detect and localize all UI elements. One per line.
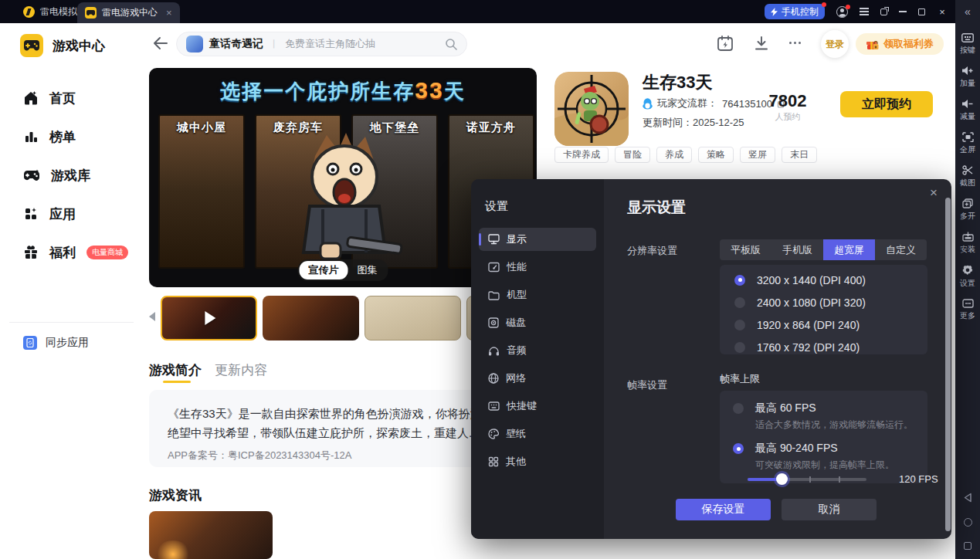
banner-title: 选择一个庇护所生存33天 [149,77,537,105]
settings-nav-network[interactable]: 网络 [479,367,596,390]
sidebar-item-rankings[interactable]: 榜单 [0,117,143,156]
settings-nav-disk[interactable]: 磁盘 [479,311,596,334]
play-icon [205,311,215,325]
active-tab-underline [163,381,191,383]
back-button[interactable] [153,36,168,50]
radio-icon [733,403,744,414]
settings-nav-display[interactable]: 显示 [479,228,596,251]
dialog-close-icon[interactable]: × [930,185,938,201]
search-game-thumbnail [186,36,203,53]
fps-option[interactable]: 最高 60 FPS [733,401,927,415]
close-tab-icon[interactable]: × [166,7,172,19]
settings-nav-hotkeys[interactable]: 快捷键 [479,395,596,418]
slider-handle[interactable] [776,473,788,485]
video-thumbnail[interactable] [161,296,257,340]
menu-icon[interactable] [860,11,869,12]
login-button[interactable]: 登录 [821,30,849,58]
coupon-button[interactable]: 领取福利券 [856,33,944,55]
toolbar-keymap-button[interactable]: 按键 [960,33,975,56]
resolution-option[interactable]: 2400 x 1080 (DPI 320) [720,291,927,313]
news-article-thumbnail[interactable] [149,511,273,559]
toolbar-settings-button[interactable]: 设置 [960,265,975,289]
settings-nav-wallpaper[interactable]: 壁纸 [479,422,596,446]
toolbar-fullscreen-button[interactable]: 全屏 [960,132,975,155]
qq-icon [643,98,653,110]
download-button[interactable] [754,36,769,51]
tag[interactable]: 卡牌养成 [554,147,609,163]
sidebar-item-apps[interactable]: 应用 [0,195,143,233]
settings-dialog: 设置 显示 性能 机型 磁盘 音频 网络 快捷键 [471,179,951,539]
phone-control-button[interactable]: 手机控制 [765,4,825,19]
search-separator: 丨 [270,38,279,51]
tag[interactable]: 养成 [656,147,692,163]
game-update-row: 更新时间：2025-12-25 [643,116,744,130]
cancel-button[interactable]: 取消 [782,499,877,520]
tab-game-center[interactable]: 雷电游戏中心 × [77,2,180,23]
more-options-button[interactable] [789,42,801,44]
tag[interactable]: 末日 [782,147,817,163]
thumbnails-prev-arrow[interactable] [149,312,155,321]
settings-nav-performance[interactable]: 性能 [479,256,596,279]
fps-options-panel: 最高 60 FPS 适合大多数情况，游戏能够流畅运行。 最高 90-240 FP… [720,391,927,483]
media-tab-trailer[interactable]: 宣传片 [300,261,348,280]
toolbar-multi-instance-button[interactable]: 多开 [960,198,975,222]
search-icon[interactable] [445,38,457,50]
calendar-events-button[interactable] [717,35,734,52]
tag[interactable]: 策略 [698,147,734,163]
image-thumbnail[interactable] [365,296,461,340]
reserve-now-button[interactable]: 立即预约 [840,91,933,117]
slider-tick [839,476,840,483]
res-tab-tablet[interactable]: 平板版 [720,239,771,260]
android-recent-icon[interactable] [964,542,972,550]
toolbar-apk-install-button[interactable]: 安装 [960,232,975,255]
tag[interactable]: 竖屏 [740,147,775,163]
close-window-icon[interactable]: × [937,6,948,18]
minimize-icon[interactable] [899,11,907,12]
android-home-icon[interactable] [964,518,972,527]
resolution-option[interactable]: 1920 x 864 (DPI 240) [720,313,927,336]
toolbar-volume-down-button[interactable]: 减量 [960,99,975,122]
restore-icon[interactable] [880,8,887,15]
search-game-title: 童话奇遇记 [209,37,263,51]
window-titlebar: 雷电模拟器 雷电游戏中心 × 手机控制 × [0,0,955,23]
tab-update-content[interactable]: 更新内容 [215,361,267,379]
fps-option-desc: 可突破游戏限制，提高帧率上限。 [755,459,927,472]
lightning-icon [771,8,778,16]
banner-media-toggle: 宣传片 图集 [298,259,388,281]
fps-slider[interactable]: 120 FPS [748,473,866,484]
fps-option[interactable]: 最高 90-240 FPS [733,442,927,456]
resolution-option[interactable]: 3200 x 1440 (DPI 400) [720,269,927,291]
sidebar-item-game-library[interactable]: 游戏库 [0,156,143,195]
search-bar[interactable]: 童话奇遇记 丨 免费童话主角随心抽 [176,32,467,56]
resolution-option[interactable]: 1760 x 792 (DPI 240) [720,336,927,358]
sidebar-sync-apps[interactable]: 同步应用 [23,336,89,350]
game-tags: 卡牌养成 冒险 养成 策略 竖屏 末日 [554,147,817,163]
res-tab-phone[interactable]: 手机版 [771,239,823,260]
ranking-chart-icon [23,129,39,144]
emulator-toolbar: « 按键 加量 减量 全屏 截图 多开 安装 设置 更多 [955,0,980,559]
sidebar-item-welfare[interactable]: 福利 电量商城 [0,233,143,272]
image-thumbnail[interactable] [263,296,359,340]
settings-nav-audio[interactable]: 音频 [479,339,596,362]
maximize-icon[interactable] [918,8,925,15]
gift-icon [23,245,39,260]
tag[interactable]: 冒险 [615,147,650,163]
display-icon [488,234,500,245]
account-avatar[interactable] [836,6,848,18]
toolbar-more-button[interactable]: 更多 [960,299,975,321]
toolbar-volume-up-button[interactable]: 加量 [960,66,975,89]
sidebar-item-home[interactable]: 首页 [0,79,143,117]
media-tab-gallery[interactable]: 图集 [348,261,387,280]
save-settings-button[interactable]: 保存设置 [676,499,771,520]
res-tab-custom[interactable]: 自定义 [875,239,927,260]
settings-nav-other[interactable]: 其他 [479,450,596,473]
radio-icon [734,342,745,353]
page-scrollbar[interactable] [945,198,951,531]
settings-nav-device-model[interactable]: 机型 [479,283,596,307]
collapse-toolbar-icon[interactable]: « [965,0,971,23]
android-back-icon[interactable] [963,493,972,503]
toolbar-screenshot-button[interactable]: 截图 [960,165,975,188]
apps-grid-icon [23,206,39,222]
tab-game-intro[interactable]: 游戏简介 [149,361,202,379]
res-tab-ultrawide[interactable]: 超宽屏 [823,239,875,260]
